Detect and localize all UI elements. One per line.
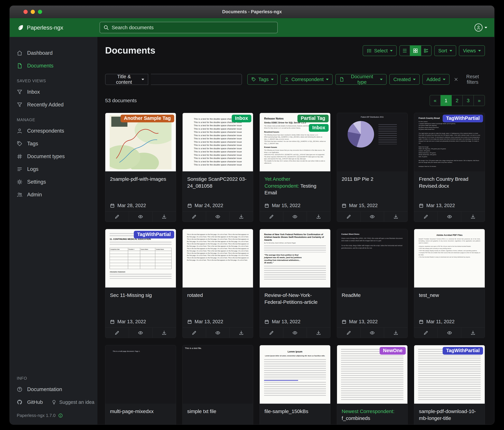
sidebar-item-dashboard[interactable]: Dashboard <box>10 47 97 59</box>
download-button[interactable] <box>461 212 485 222</box>
pagination-page-1[interactable]: 1 <box>441 95 452 106</box>
views-button[interactable]: Views <box>459 45 485 56</box>
tag-badge[interactable]: TagWithPartial <box>443 115 483 122</box>
correspondent-filter-button[interactable]: Correspondent <box>280 74 333 85</box>
sidebar-item-recently-added[interactable]: Recently Added <box>10 98 97 111</box>
view-button[interactable] <box>206 328 230 338</box>
document-title[interactable]: Yet Another Correspondent: Testing Email <box>264 176 326 196</box>
view-button[interactable] <box>360 328 384 338</box>
download-button[interactable] <box>384 328 408 338</box>
tag-badge[interactable]: TagWithPartial <box>134 231 174 239</box>
edit-button[interactable] <box>260 212 283 222</box>
user-menu-button[interactable] <box>475 24 487 32</box>
view-button[interactable] <box>438 328 461 338</box>
title-content-input[interactable] <box>151 74 242 85</box>
view-button[interactable] <box>283 212 307 222</box>
view-button[interactable] <box>438 212 461 222</box>
info-icon[interactable] <box>58 413 63 418</box>
select-button[interactable]: Select <box>363 45 397 56</box>
document-thumbnail[interactable]: This is a multi page document. Page 1. <box>105 345 176 404</box>
tag-badge[interactable]: NewOne <box>380 347 406 355</box>
view-button[interactable] <box>283 328 307 338</box>
document-title[interactable]: Sec 11-Missing sig <box>110 292 171 299</box>
search-input[interactable] <box>99 22 278 33</box>
suggest-idea-link[interactable]: Suggest an idea <box>52 400 94 405</box>
document-thumbnail[interactable]: Contact Sheet Demo Given a set of image … <box>337 229 408 288</box>
download-button[interactable] <box>461 328 485 338</box>
sidebar-item-documents[interactable]: Documents <box>10 59 97 72</box>
pagination-prev[interactable]: « <box>430 95 441 106</box>
edit-button[interactable] <box>414 328 438 338</box>
document-thumbnail[interactable]: Patient BP Distribution 2011 <box>337 113 408 171</box>
reset-filters-button[interactable]: Reset filters <box>454 74 485 85</box>
download-button[interactable] <box>307 212 330 222</box>
sidebar-item-logs[interactable]: Logs <box>10 163 97 176</box>
document-title[interactable]: 2sample-pdf-with-images <box>110 176 171 183</box>
edit-button[interactable] <box>105 328 129 338</box>
edit-button[interactable] <box>183 212 206 222</box>
sidebar-item-documentation[interactable]: Documentation <box>10 383 97 396</box>
correspondent-link[interactable]: Yet Another Correspondent: <box>264 176 299 189</box>
sidebar-item-admin[interactable]: Admin <box>10 188 97 201</box>
document-thumbnail[interactable]: Lorem ipsum Lorem ipsum dolor sit amet, … <box>260 345 330 404</box>
document-thumbnail[interactable]: NewOne <box>337 345 408 404</box>
tags-filter-button[interactable]: Tags <box>247 74 278 85</box>
document-type-filter-button[interactable]: Document type <box>335 74 387 85</box>
sidebar-item-document-types[interactable]: Document types <box>10 150 97 163</box>
document-title[interactable]: sample-pdf-download-10-mb-longer-title <box>419 408 480 422</box>
download-button[interactable] <box>384 212 408 222</box>
document-title[interactable]: Sonstige ScanPC2022 03-24_081058 <box>187 176 249 189</box>
tag-badge[interactable]: Partial Tag <box>297 115 329 122</box>
document-title[interactable]: French Country Bread Revised.docx <box>419 176 480 189</box>
view-details-button[interactable] <box>421 45 432 56</box>
document-title[interactable]: simple txt file <box>187 408 249 415</box>
pagination-page-2[interactable]: 2 <box>452 95 463 106</box>
document-title[interactable]: 2011 BP Pie 2 <box>342 176 403 183</box>
pagination-page-3[interactable]: 3 <box>463 95 474 106</box>
document-thumbnail[interactable]: This is a test for the double space char… <box>183 113 253 171</box>
edit-button[interactable] <box>337 328 360 338</box>
sidebar-item-inbox[interactable]: Inbox <box>10 86 97 98</box>
document-thumbnail[interactable]: Adobe Acrobat PDF Files Adobe® Portable … <box>414 229 485 288</box>
maximize-window-button[interactable] <box>38 10 42 14</box>
document-title[interactable]: test_new <box>419 292 480 299</box>
document-thumbnail[interactable]: 11. CONTINUING MEDICAL EDUCATION Complet… <box>105 229 176 288</box>
download-button[interactable] <box>230 328 253 338</box>
tag-badge[interactable]: Inbox <box>309 124 328 132</box>
sort-button[interactable]: Sort <box>434 45 456 56</box>
pagination-next[interactable]: » <box>474 95 485 106</box>
view-grid-button[interactable] <box>410 45 421 56</box>
tag-badge[interactable]: TagWithPartial <box>443 347 483 355</box>
created-filter-button[interactable]: Created <box>389 74 420 85</box>
document-thumbnail[interactable]: Release Notes Simba ODBC Driver for SQL … <box>260 113 330 171</box>
view-button[interactable] <box>129 328 153 338</box>
view-button[interactable] <box>129 212 153 222</box>
document-thumbnail[interactable]: French Country Bread For the Lesson: 1 h… <box>414 113 485 171</box>
view-button[interactable] <box>206 212 230 222</box>
sidebar-item-correspondents[interactable]: Correspondents <box>10 124 97 137</box>
edit-button[interactable] <box>414 212 438 222</box>
edit-button[interactable] <box>105 212 129 222</box>
document-thumbnail[interactable]: This is a test file. <box>183 345 253 404</box>
added-filter-button[interactable]: Added <box>422 74 450 85</box>
app-brand[interactable]: Paperless-ngx <box>17 24 63 31</box>
tag-badge[interactable]: Inbox <box>232 115 251 122</box>
document-title[interactable]: multi-page-mixedxx <box>110 408 171 415</box>
tag-badge[interactable]: Another Sample Tag <box>121 115 174 122</box>
view-button[interactable] <box>360 212 384 222</box>
edit-button[interactable] <box>260 328 283 338</box>
minimize-window-button[interactable] <box>31 10 35 14</box>
download-button[interactable] <box>230 212 253 222</box>
sidebar-item-github[interactable]: GitHub <box>10 396 50 409</box>
download-button[interactable] <box>152 212 176 222</box>
sidebar-item-settings[interactable]: Settings <box>10 176 97 188</box>
document-title[interactable]: Review-of-New-York-Federal-Petitions-art… <box>264 292 326 306</box>
close-window-button[interactable] <box>24 10 28 14</box>
edit-button[interactable] <box>183 328 206 338</box>
download-button[interactable] <box>152 328 176 338</box>
document-thumbnail[interactable]: Another Sample Tag <box>105 113 176 171</box>
document-thumbnail[interactable]: This is the text that appears on the fir… <box>183 229 253 288</box>
document-title[interactable]: ReadMe <box>342 292 403 299</box>
document-title[interactable]: Newest Correspondent: f_combineds <box>342 408 403 422</box>
document-thumbnail[interactable]: TagWithPartial <box>414 345 485 404</box>
